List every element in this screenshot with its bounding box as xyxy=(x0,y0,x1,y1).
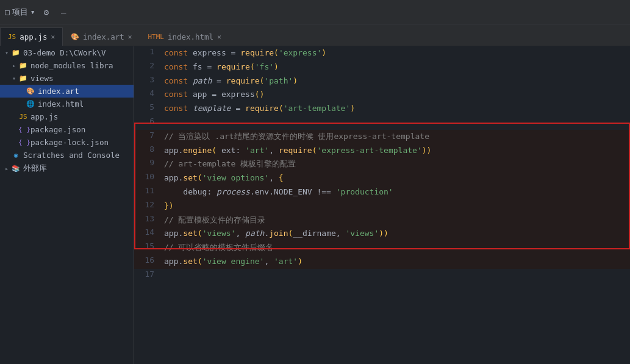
code-token: , xyxy=(269,146,279,155)
sidebar-item-app-js[interactable]: JS app.js xyxy=(0,110,134,123)
table-row: 13// 配置模板文件的存储目录 xyxy=(134,213,630,227)
tab-app-js-label: app.js xyxy=(20,32,47,41)
table-row: 9// art-template 模板引擎的配置 xyxy=(134,157,630,171)
code-token: = xyxy=(207,62,217,71)
code-token: , xyxy=(235,229,245,238)
line-code: app.engine( ext: 'art', require('express… xyxy=(162,144,630,158)
code-token: express xyxy=(193,48,231,57)
html-file-icon: 🌐 xyxy=(26,100,35,108)
code-token: join xyxy=(269,229,288,238)
code-token: = xyxy=(212,90,221,99)
line-number: 2 xyxy=(134,60,162,74)
table-row: 3const path = require('path') xyxy=(134,74,630,88)
code-editor[interactable]: 1const express = require('express')2cons… xyxy=(134,46,630,364)
tab-app-js[interactable]: JS app.js ✕ xyxy=(0,27,63,46)
code-token: 'express-art-template' xyxy=(317,146,422,155)
sidebar-item-03demo[interactable]: ▾ 📁 03-demo D:\CWork\V xyxy=(0,46,134,59)
gear-button[interactable]: ⚙ xyxy=(40,6,52,18)
line-number: 12 xyxy=(134,199,162,213)
code-token: 'art' xyxy=(245,146,269,155)
table-row: 14app.set('views', path.join(__dirname, … xyxy=(134,227,630,241)
sidebar-item-label: package-lock.json xyxy=(30,138,109,147)
code-token: // 当渲染以 .art结尾的资源文件的时候 使用express-art-tem… xyxy=(164,132,429,141)
tab-index-art[interactable]: 🎨 index.art ✕ xyxy=(63,27,140,46)
line-number: 16 xyxy=(134,255,162,269)
code-token: const xyxy=(164,104,193,113)
sidebar-item-node-modules[interactable]: ▸ 📁 node_modules libra xyxy=(0,59,134,72)
line-code: // art-template 模板引擎的配置 xyxy=(162,157,630,171)
line-number: 15 xyxy=(134,241,162,255)
code-token: set xyxy=(183,257,197,266)
sidebar-item-label: views xyxy=(30,74,54,83)
table-row: 15// 可以省略的模板文件后缀名 xyxy=(134,241,630,255)
code-token: require xyxy=(279,146,312,155)
line-code: // 配置模板文件的存储目录 xyxy=(162,213,630,227)
code-token: process xyxy=(217,187,250,196)
html-file-icon: HTML xyxy=(148,33,164,41)
code-token: 'production' xyxy=(336,187,393,196)
code-token: () xyxy=(255,90,265,99)
title-bar: □ 项目 ▾ ⚙ — xyxy=(0,0,630,24)
line-code xyxy=(162,269,630,283)
code-wrap: 1const express = require('express')2cons… xyxy=(134,46,630,283)
sidebar-item-scratches-label: Scratches and Console xyxy=(23,151,120,160)
code-token: const xyxy=(164,76,193,85)
code-token: , xyxy=(269,173,279,182)
code-token: express xyxy=(221,90,255,99)
code-token: const xyxy=(164,90,193,99)
tab-index-html-label: index.html xyxy=(168,32,213,41)
tab-index-html-close[interactable]: ✕ xyxy=(217,33,221,41)
code-token: !== xyxy=(317,187,335,196)
line-number: 4 xyxy=(134,88,162,102)
code-token: app xyxy=(193,90,212,99)
code-token: require xyxy=(226,76,260,85)
sidebar-item-label: 03-demo D:\CWork\V xyxy=(23,48,106,57)
line-code: app.set('views', path.join(__dirname, 'v… xyxy=(162,227,630,241)
line-number: 8 xyxy=(134,144,162,158)
code-token: 'views' xyxy=(345,229,379,238)
line-code: const template = require('art-template') xyxy=(162,102,630,116)
sidebar-item-label: 外部库 xyxy=(23,163,47,174)
code-token: ( xyxy=(212,146,217,155)
table-row: 8app.engine( ext: 'art', require('expres… xyxy=(134,144,630,158)
sidebar-item-label: node_modules libra xyxy=(30,61,113,70)
line-number: 14 xyxy=(134,227,162,241)
folder-icon: 📁 xyxy=(18,62,28,70)
tab-app-js-close[interactable]: ✕ xyxy=(51,33,55,41)
art-file-icon: 🎨 xyxy=(71,33,79,41)
code-token: = xyxy=(212,76,226,85)
line-number: 17 xyxy=(134,269,162,283)
line-number: 7 xyxy=(134,130,162,144)
line-number: 1 xyxy=(134,46,162,60)
sidebar-item-package-lock[interactable]: { } package-lock.json xyxy=(0,136,134,149)
sidebar-item-label: index.art xyxy=(38,87,79,96)
project-dropdown-icon[interactable]: ▾ xyxy=(30,7,35,16)
line-number: 9 xyxy=(134,157,162,171)
line-code: debug: process.env.NODE_ENV !== 'product… xyxy=(162,185,630,199)
tab-index-html[interactable]: HTML index.html ✕ xyxy=(140,27,229,46)
table-row: 6 xyxy=(134,116,630,130)
sidebar: ▾ 📁 03-demo D:\CWork\V ▸ 📁 node_modules … xyxy=(0,46,134,364)
tab-bar: JS app.js ✕ 🎨 index.art ✕ HTML index.htm… xyxy=(0,24,630,46)
line-code: app.set('view engine', 'art') xyxy=(162,255,630,269)
close-button[interactable]: — xyxy=(57,6,70,18)
sidebar-item-scratches[interactable]: ◉ Scratches and Console xyxy=(0,149,134,162)
sidebar-item-index-art[interactable]: 🎨 index.art xyxy=(0,85,134,98)
code-token: .env.NODE_ENV xyxy=(250,187,317,196)
sidebar-item-index-html[interactable]: 🌐 index.html xyxy=(0,98,134,110)
js-file-icon: JS xyxy=(8,33,16,41)
json-file-icon: { } xyxy=(18,126,28,134)
sidebar-item-external-lib[interactable]: ▸ 📚 外部库 xyxy=(0,162,134,176)
tab-index-art-close[interactable]: ✕ xyxy=(128,33,132,41)
folder-icon: 📁 xyxy=(11,49,21,57)
code-token: ext: xyxy=(217,146,245,155)
json-lock-icon: { } xyxy=(18,138,28,146)
line-number: 10 xyxy=(134,171,162,185)
code-token: require xyxy=(217,62,250,71)
code-token: require xyxy=(245,104,279,113)
code-token: app xyxy=(164,257,178,266)
code-token: 'view engine' xyxy=(202,257,265,266)
sidebar-item-package-json[interactable]: { } package.json xyxy=(0,123,134,136)
arrow-icon: ▸ xyxy=(10,62,18,69)
sidebar-item-views[interactable]: ▾ 📁 views xyxy=(0,72,134,85)
